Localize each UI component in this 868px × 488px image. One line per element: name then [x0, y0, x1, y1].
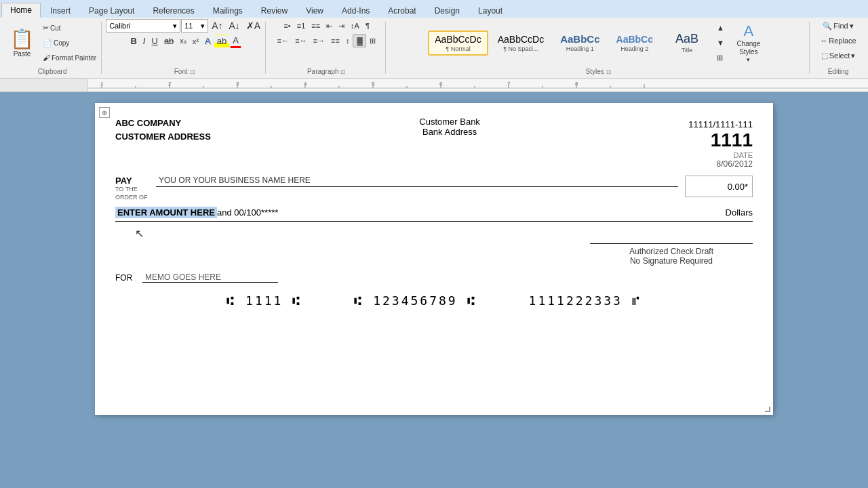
- italic-button[interactable]: I: [140, 35, 149, 48]
- select-button[interactable]: ⬚ Select ▾: [818, 49, 859, 62]
- clipboard-label: Clipboard: [38, 66, 67, 77]
- resize-handle[interactable]: [765, 407, 770, 412]
- increase-indent-button[interactable]: ⇥: [336, 19, 347, 33]
- replace-button[interactable]: ↔ Replace: [817, 34, 859, 47]
- style-heading1-button[interactable]: AaBbCc Heading 1: [553, 30, 606, 56]
- tab-home[interactable]: Home: [1, 3, 41, 18]
- cut-button[interactable]: ✂ Cut: [40, 21, 99, 35]
- move-handle[interactable]: ⊕: [99, 107, 110, 118]
- shading-button[interactable]: ▓: [353, 34, 366, 47]
- tab-mailings[interactable]: Mailings: [204, 3, 252, 18]
- memo-row: FOR MEMO GOES HERE: [115, 272, 753, 283]
- change-styles-button[interactable]: A ChangeStyles ▾: [728, 19, 769, 66]
- tab-references[interactable]: References: [144, 3, 203, 18]
- font-name-dropdown[interactable]: Calibri ▾: [106, 19, 180, 33]
- style-title-preview: AaB: [669, 32, 705, 46]
- style-title-name: Title: [669, 47, 705, 54]
- select-icon: ⬚: [821, 52, 828, 60]
- ruler-svg: 1 2 3 4 5 6 7 8: [88, 79, 868, 92]
- bold-button[interactable]: B: [127, 35, 139, 48]
- tab-page-layout[interactable]: Page Layout: [80, 3, 143, 18]
- micr-check-number: 1111222333 ⑈: [529, 293, 642, 308]
- show-hide-button[interactable]: ¶: [363, 19, 372, 33]
- styles-expand-icon[interactable]: ⊡: [606, 68, 612, 75]
- underline-button[interactable]: U: [149, 35, 160, 48]
- highlight-button[interactable]: ab: [214, 35, 229, 48]
- line-spacing-button[interactable]: ↕: [343, 34, 353, 47]
- tab-view[interactable]: View: [297, 3, 332, 18]
- bullets-button[interactable]: ≡•: [281, 19, 293, 33]
- font-size-value: 11: [184, 22, 193, 30]
- svg-text:3: 3: [236, 81, 239, 87]
- align-left-button[interactable]: ≡←: [275, 34, 292, 47]
- clipboard-small-buttons: ✂ Cut 📄 Copy 🖌 Format Painter: [40, 21, 99, 64]
- justify-button[interactable]: ≡≡: [328, 34, 342, 47]
- tab-insert[interactable]: Insert: [41, 3, 79, 18]
- numbering-button[interactable]: ≡1: [294, 19, 309, 33]
- decrease-indent-button[interactable]: ⇤: [323, 19, 335, 33]
- replace-icon: ↔: [820, 37, 827, 45]
- check-document: ⊕ ABC COMPANY CUSTOMER ADDRESS Customer …: [95, 103, 773, 415]
- styles-scroll-up[interactable]: ▲: [714, 21, 727, 35]
- clear-format-button[interactable]: ✗A: [243, 19, 263, 33]
- text-effect-button[interactable]: A: [202, 35, 214, 48]
- signature-row: Authorized Check Draft No Signature Requ…: [115, 243, 753, 266]
- styles-scroll-down[interactable]: ▼: [714, 36, 727, 49]
- style-no-spacing-name: ¶ No Spaci...: [498, 45, 544, 52]
- pay-to-line[interactable]: YOU OR YOUR BUSINESS NAME HERE: [156, 176, 678, 187]
- tab-review[interactable]: Review: [252, 3, 296, 18]
- date-label: DATE: [688, 151, 753, 159]
- paste-button[interactable]: 📋 Paste: [5, 24, 39, 61]
- font-name-chevron: ▾: [173, 22, 177, 30]
- micr-line: ⑆ 1111 ⑆ ⑆ 123456789 ⑆ 1111222333 ⑈: [115, 293, 753, 308]
- superscript-button[interactable]: x²: [190, 35, 201, 48]
- grow-font-button[interactable]: A↑: [209, 19, 225, 33]
- svg-text:6: 6: [439, 81, 443, 87]
- tab-design[interactable]: Design: [426, 3, 469, 18]
- amount-words-row: ENTER AMOUNT HERE and 00/100***** Dollar…: [115, 207, 753, 222]
- shrink-font-button[interactable]: A↓: [226, 19, 242, 33]
- memo-line[interactable]: MEMO GOES HERE: [142, 272, 278, 283]
- find-label: Find: [833, 22, 848, 30]
- font-color-button[interactable]: A: [230, 34, 241, 48]
- clipboard-buttons: 📋 Paste ✂ Cut 📄 Copy 🖌 Format Painter: [5, 19, 99, 66]
- amount-box[interactable]: 0.00*: [685, 176, 753, 197]
- style-no-spacing-button[interactable]: AaBbCcDc ¶ No Spaci...: [491, 30, 551, 56]
- sort-button[interactable]: ↕A: [348, 19, 362, 33]
- style-title-button[interactable]: AaB Title: [663, 28, 711, 57]
- style-normal-button[interactable]: AaBbCcDc ¶ Normal: [428, 30, 488, 56]
- copy-button[interactable]: 📄 Copy: [40, 36, 99, 49]
- tab-layout[interactable]: Layout: [469, 3, 511, 18]
- svg-text:4: 4: [304, 81, 307, 87]
- align-center-button[interactable]: ≡↔: [292, 34, 309, 47]
- routing-number: 11111/1111-111: [688, 119, 753, 129]
- paragraph-content: ≡• ≡1 ≡≡ ⇤ ⇥ ↕A ¶ ≡← ≡↔ ≡→ ≡≡ ↕ ▓ ⊞: [275, 19, 379, 66]
- tab-add-ins[interactable]: Add-Ins: [333, 3, 378, 18]
- tab-acrobat[interactable]: Acrobat: [379, 3, 425, 18]
- style-heading2-button[interactable]: AaBbCc Heading 2: [610, 30, 660, 56]
- find-button[interactable]: 🔍 Find ▾: [820, 19, 856, 33]
- replace-label: Replace: [829, 37, 856, 45]
- strikethrough-button[interactable]: ab: [161, 35, 176, 48]
- pay-label: PAY TO THEORDER OF: [115, 176, 149, 201]
- borders-button[interactable]: ⊞: [367, 34, 378, 47]
- font-label: Font ⊡: [174, 66, 195, 77]
- multilevel-button[interactable]: ≡≡: [309, 19, 323, 33]
- style-h1-name: Heading 1: [560, 45, 599, 52]
- authorized-text: Authorized Check Draft No Signature Requ…: [590, 243, 753, 266]
- font-expand-icon[interactable]: ⊡: [190, 68, 195, 75]
- cursor-icon: ↖: [135, 227, 144, 240]
- styles-more[interactable]: ⊞: [714, 51, 727, 64]
- font-size-dropdown[interactable]: 11 ▾: [181, 19, 208, 33]
- styles-scroll-buttons: ▲ ▼ ⊞: [714, 21, 727, 64]
- change-styles-chevron: ▾: [747, 56, 750, 63]
- paragraph-expand-icon[interactable]: ⊡: [340, 68, 346, 75]
- micr-routing: ⑆ 1111 ⑆: [226, 293, 302, 308]
- svg-text:5: 5: [372, 81, 375, 87]
- format-painter-button[interactable]: 🖌 Format Painter: [40, 51, 99, 64]
- subscript-button[interactable]: x₂: [177, 35, 189, 48]
- align-right-button[interactable]: ≡→: [311, 34, 328, 47]
- ruler: 1 2 3 4 5 6 7 8: [0, 79, 868, 92]
- style-normal-preview: AaBbCcDc: [435, 34, 481, 45]
- styles-content: AaBbCcDc ¶ Normal AaBbCcDc ¶ No Spaci...…: [428, 19, 769, 66]
